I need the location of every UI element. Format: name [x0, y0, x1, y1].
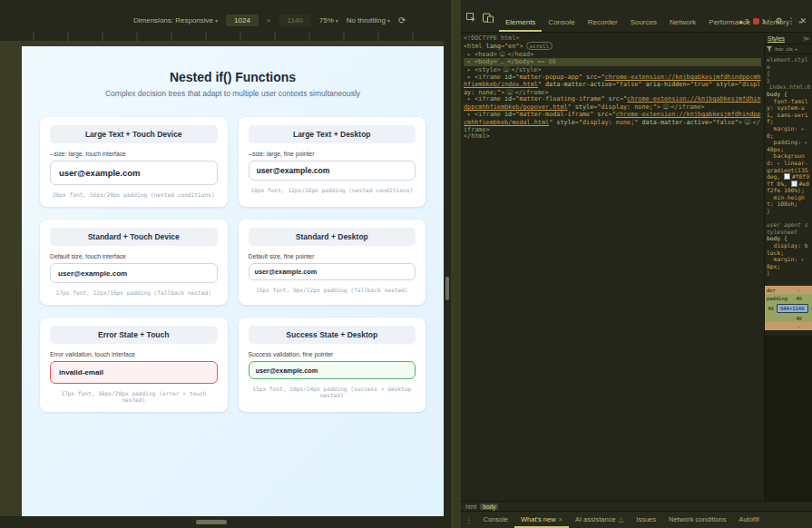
drawer-menu-icon[interactable]: ⋮	[461, 512, 477, 528]
email-input-success[interactable]	[249, 361, 416, 379]
card-header: Large Text + Touch Device	[50, 125, 218, 143]
devtools-drawer: html body ⋮ Console What's new× AI assis…	[461, 501, 812, 528]
chevron-down-icon: ▾	[215, 18, 218, 24]
email-input[interactable]	[50, 263, 218, 283]
tab-sources[interactable]: Sources	[624, 15, 663, 32]
zoom-value: 75%	[319, 16, 334, 24]
close-devtools-icon[interactable]: ✕	[799, 16, 807, 25]
errors-badge[interactable]: 1	[753, 17, 765, 25]
box-model-border-bottom: -	[765, 324, 812, 329]
drawer-tab-whats-new[interactable]: What's new×	[514, 512, 569, 528]
device-toolbar: Dimensions: Responsive▾ 1024 × 1140 75%▾…	[0, 0, 451, 33]
viewport-height-drag-handle[interactable]	[196, 520, 227, 524]
code-line[interactable]: margin: ▸ 8px;	[767, 256, 810, 269]
tab-console[interactable]: Console	[542, 15, 581, 32]
code-line[interactable]: padding: ▸ 40px;	[767, 139, 810, 152]
tab-recorder[interactable]: Recorder	[582, 15, 624, 32]
divider	[769, 16, 770, 25]
card-caption: 17px font, 12px/16px padding (fallback n…	[50, 289, 218, 296]
settings-gear-icon[interactable]: ⚙	[775, 16, 782, 25]
styles-tab[interactable]: Styles	[768, 35, 785, 43]
drawer-tab-ai-assistance[interactable]: AI assistance△	[569, 512, 630, 528]
email-input[interactable]	[249, 263, 416, 280]
kebab-menu-icon[interactable]: ⋮	[787, 16, 795, 25]
card-header: Large Text + Desktop	[249, 125, 416, 143]
new-style-rule-icon[interactable]: +	[795, 46, 797, 52]
code-line[interactable]: {	[767, 70, 810, 77]
code-line[interactable]: ▸ <iframe id="matter-modal-iframe" src="…	[464, 112, 761, 133]
card-grid: Large Text + Touch Device --size: large,…	[40, 117, 426, 412]
rotate-viewport-icon[interactable]: ⟳	[398, 15, 406, 25]
tab-network[interactable]: Network	[663, 15, 702, 32]
drawer-tab-bar: ⋮ Console What's new× AI assistance△ Iss…	[461, 511, 812, 528]
code-line[interactable]: element.style	[767, 56, 810, 70]
code-line[interactable]: body {	[767, 91, 810, 98]
box-model[interactable]: der- padding40 40 944×1140 40 40 -	[765, 286, 812, 330]
code-line[interactable]	[767, 215, 810, 222]
zoom-select[interactable]: 75%▾	[319, 16, 338, 24]
code-line[interactable]: index.html:8	[767, 83, 810, 91]
card-caption: 15px font, 10px/14px padding (success + …	[249, 386, 416, 398]
email-input[interactable]	[50, 161, 218, 185]
dimensions-select[interactable]: Dimensions: Responsive▾	[133, 16, 218, 24]
code-line[interactable]: display: block;	[767, 242, 810, 256]
code-line[interactable]: ▸ <head>…</head>	[464, 51, 761, 59]
responsive-canvas: Nested if() Functions Complex decision t…	[0, 41, 451, 516]
inspect-element-icon[interactable]	[466, 10, 476, 26]
viewport-width-drag-handle[interactable]	[445, 277, 449, 300]
drawer-tab-network-conditions[interactable]: Network conditions	[662, 512, 732, 528]
close-tab-icon[interactable]: ×	[559, 515, 563, 523]
viewport-width-input[interactable]: 1024	[226, 15, 259, 26]
warning-triangle-icon: ▲	[739, 18, 744, 24]
chevron-down-icon: ▾	[387, 18, 390, 24]
code-line[interactable]: ▸ <iframe id="matter-floating-iframe" sr…	[464, 96, 761, 112]
code-line[interactable]: ▸ <body>…</body> == $0	[464, 58, 761, 66]
code-line[interactable]: </html>	[464, 133, 761, 141]
breadcrumb: html body	[461, 501, 812, 511]
box-model-content-size: 944×1140	[777, 304, 808, 313]
code-line[interactable]: user agent stylesheet	[767, 221, 810, 235]
code-line[interactable]: <!DOCTYPE html>	[464, 35, 761, 43]
email-input-error[interactable]	[50, 361, 218, 384]
styles-rules[interactable]: element.style{}index.html:8body { font-f…	[765, 54, 812, 279]
card-caption: 15px font, 8px/12px padding (fallback ne…	[249, 287, 416, 293]
code-line[interactable]: }	[767, 77, 810, 84]
drawer-tab-issues[interactable]: Issues	[630, 512, 662, 528]
viewport-right-gutter	[444, 33, 451, 516]
code-line[interactable]: ▸ <iframe id="matter-popup-app" src="chr…	[464, 74, 761, 96]
card-error-touch: Error State + Touch Error validation, to…	[40, 318, 228, 412]
throttling-value: No throttling	[347, 16, 386, 24]
code-line[interactable]: }	[767, 269, 810, 277]
card-label: Error validation, touch interface	[50, 351, 218, 357]
filter-funnel-icon[interactable]	[767, 46, 772, 53]
styles-sidebar: Styles ≫ :hov .cls + element.style{}inde…	[764, 34, 812, 501]
code-line[interactable]: min-height: 100vh;	[767, 194, 810, 208]
drawer-tab-label: AI assistance	[575, 515, 616, 523]
email-input[interactable]	[249, 161, 416, 181]
code-line[interactable]: <html lang="en">scroll	[464, 43, 761, 51]
code-line[interactable]: body {	[767, 235, 810, 242]
box-model-padding-label: padding	[767, 296, 788, 301]
viewport-height-input[interactable]: 1140	[279, 15, 311, 26]
code-line[interactable]: margin: ▸ 0;	[767, 125, 810, 139]
breadcrumb-html[interactable]: html	[463, 504, 479, 510]
code-line[interactable]: font-family: system-ui, sans-serif;	[767, 98, 810, 125]
pseudo-state-toggle[interactable]: :hov	[774, 46, 783, 52]
card-large-desktop: Large Text + Desktop --size: large, fine…	[239, 117, 426, 207]
tab-elements[interactable]: Elements	[499, 15, 542, 32]
class-toggle[interactable]: .cls	[785, 46, 792, 52]
card-standard-touch: Standard + Touch Device Default size, to…	[40, 220, 228, 305]
experiment-triangle-icon: △	[619, 515, 624, 523]
breadcrumb-body[interactable]: body	[480, 504, 498, 510]
drawer-tab-console[interactable]: Console	[477, 512, 515, 528]
dimensions-multiply: ×	[267, 16, 271, 24]
drawer-tab-autofill[interactable]: Autofill	[732, 512, 766, 528]
code-line[interactable]: background: ▸ linear-gradient(135deg, #f…	[767, 152, 810, 194]
dom-tree[interactable]: <!DOCTYPE html><html lang="en">scroll ▸ …	[461, 34, 764, 501]
device-toolbar-toggle-icon[interactable]	[483, 10, 494, 26]
code-line[interactable]: }	[767, 208, 810, 215]
throttling-select[interactable]: No throttling▾	[347, 16, 390, 24]
card-header: Standard + Touch Device	[50, 228, 218, 246]
sidebar-more-icon[interactable]: ≫	[803, 35, 809, 43]
warnings-badge[interactable]: ▲3	[739, 17, 749, 25]
